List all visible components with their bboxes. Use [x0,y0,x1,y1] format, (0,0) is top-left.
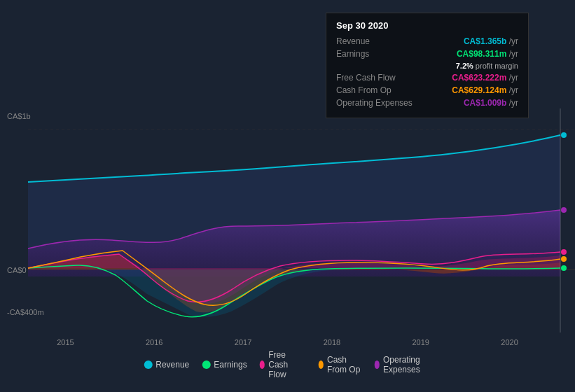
x-label-2020: 2020 [501,338,518,346]
tooltip-value-fcf: CA$623.222m /yr [452,73,518,83]
tooltip-row-opex: Operating Expenses CA$1.009b /yr [336,98,518,108]
tooltip-row-revenue: Revenue CA$1.365b /yr [336,36,518,46]
tooltip-value-cashop: CA$629.124m /yr [452,85,518,95]
legend-label-revenue: Revenue [155,360,189,370]
legend-dot-revenue [144,360,152,369]
x-label-2016: 2016 [146,338,162,346]
svg-point-6 [561,256,567,262]
tooltip-value-earnings: CA$98.311m /yr [457,49,518,59]
legend-item-earnings[interactable]: Earnings [202,360,247,370]
legend-label-earnings: Earnings [214,360,247,370]
x-label-2019: 2019 [412,338,429,346]
tooltip-label-fcf: Free Cash Flow [336,73,420,83]
x-label-2015: 2015 [57,338,74,346]
tooltip-sub-earnings: 7.2% profit margin [336,62,518,70]
x-label-2018: 2018 [324,338,340,346]
legend-dot-cashop [318,360,324,369]
tooltip-row-fcf: Free Cash Flow CA$623.222m /yr [336,73,518,83]
legend-item-cashop[interactable]: Cash From Op [318,355,361,374]
chart-container: Sep 30 2020 Revenue CA$1.365b /yr Earnin… [0,0,575,392]
tooltip-row-cashop: Cash From Op CA$629.124m /yr [336,85,518,95]
legend-dot-fcf [260,360,265,369]
svg-point-7 [561,265,567,271]
svg-point-3 [561,132,567,138]
x-axis: 2015 2016 2017 2018 2019 2020 [0,338,575,346]
tooltip-label-opex: Operating Expenses [336,98,420,108]
tooltip-label-earnings: Earnings [336,49,420,59]
legend-label-cashop: Cash From Op [327,355,361,374]
tooltip-row-earnings: Earnings CA$98.311m /yr [336,49,518,59]
legend-item-fcf[interactable]: Free Cash Flow [260,350,306,379]
tooltip-date: Sep 30 2020 [336,20,518,31]
svg-point-4 [561,207,567,213]
legend-label-fcf: Free Cash Flow [268,350,305,379]
legend-item-opex[interactable]: Operating Expenses [374,355,431,374]
legend-label-opex: Operating Expenses [383,355,431,374]
tooltip-box: Sep 30 2020 Revenue CA$1.365b /yr Earnin… [326,13,529,118]
legend-dot-opex [374,360,380,369]
tooltip-label-revenue: Revenue [336,36,420,46]
tooltip-value-revenue: CA$1.365b /yr [464,36,518,46]
chart-legend: Revenue Earnings Free Cash Flow Cash Fro… [144,350,431,379]
tooltip-value-opex: CA$1.009b /yr [464,98,518,108]
legend-item-revenue[interactable]: Revenue [144,360,189,370]
tooltip-label-cashop: Cash From Op [336,85,420,95]
legend-dot-earnings [202,360,210,369]
chart-svg [0,108,575,332]
x-label-2017: 2017 [235,338,251,346]
svg-point-5 [561,249,567,255]
